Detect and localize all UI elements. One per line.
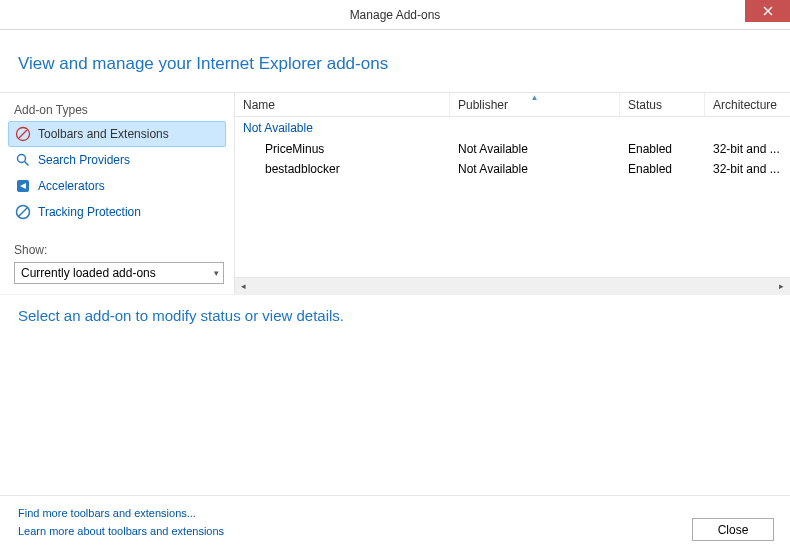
page-heading: View and manage your Internet Explorer a… [0, 30, 790, 92]
svg-point-2 [18, 155, 26, 163]
sidebar-item-label: Accelerators [38, 179, 105, 193]
horizontal-scrollbar[interactable]: ◂ ▸ [235, 277, 790, 294]
titlebar: Manage Add-ons [0, 0, 790, 30]
column-header-architecture[interactable]: Architecture [705, 93, 790, 116]
column-header-status[interactable]: Status [620, 93, 705, 116]
show-dropdown[interactable]: Currently loaded add-ons ▾ [14, 262, 224, 284]
table-row[interactable]: PriceMinus Not Available Enabled 32-bit … [235, 139, 790, 159]
table-row[interactable]: bestadblocker Not Available Enabled 32-b… [235, 159, 790, 179]
close-icon [763, 6, 773, 16]
group-header[interactable]: Not Available [235, 117, 790, 139]
addon-list: Name ▲ Publisher Status Architecture Not… [234, 93, 790, 294]
window-close-button[interactable] [745, 0, 790, 22]
footer: Find more toolbars and extensions... Lea… [0, 495, 790, 551]
search-icon [15, 152, 31, 168]
sidebar-item-label: Tracking Protection [38, 205, 141, 219]
show-dropdown-value: Currently loaded add-ons [21, 266, 156, 280]
tracking-protection-icon [15, 204, 31, 220]
details-prompt: Select an add-on to modify status or vie… [0, 295, 790, 336]
sidebar-item-label: Toolbars and Extensions [38, 127, 169, 141]
sidebar-item-accelerators[interactable]: Accelerators [8, 173, 226, 199]
column-header-publisher[interactable]: ▲ Publisher [450, 93, 620, 116]
window-title: Manage Add-ons [350, 8, 441, 22]
cell-name: bestadblocker [235, 161, 450, 177]
svg-line-3 [25, 162, 29, 166]
cell-publisher: Not Available [450, 141, 620, 157]
cell-publisher: Not Available [450, 161, 620, 177]
scroll-right-icon[interactable]: ▸ [773, 278, 790, 295]
cell-name: PriceMinus [235, 141, 450, 157]
sidebar: Add-on Types Toolbars and Extensions Sea… [0, 93, 234, 294]
show-label: Show: [8, 241, 226, 259]
sidebar-item-search-providers[interactable]: Search Providers [8, 147, 226, 173]
cell-architecture: 32-bit and ... [705, 161, 790, 177]
close-button[interactable]: Close [692, 518, 774, 541]
link-learn-more[interactable]: Learn more about toolbars and extensions [18, 522, 224, 541]
sidebar-item-tracking-protection[interactable]: Tracking Protection [8, 199, 226, 225]
toolbar-icon [15, 126, 31, 142]
column-header-name[interactable]: Name [235, 93, 450, 116]
sidebar-item-toolbars-extensions[interactable]: Toolbars and Extensions [8, 121, 226, 147]
cell-status: Enabled [620, 141, 705, 157]
cell-architecture: 32-bit and ... [705, 141, 790, 157]
svg-line-6 [19, 208, 28, 217]
sort-ascending-icon: ▲ [531, 93, 539, 102]
chevron-down-icon: ▾ [214, 268, 219, 278]
cell-status: Enabled [620, 161, 705, 177]
sidebar-types-label: Add-on Types [8, 99, 226, 121]
scroll-left-icon[interactable]: ◂ [235, 278, 252, 295]
list-header: Name ▲ Publisher Status Architecture [235, 93, 790, 117]
accelerator-icon [15, 178, 31, 194]
link-find-more[interactable]: Find more toolbars and extensions... [18, 504, 224, 523]
svg-line-1 [19, 130, 27, 138]
sidebar-item-label: Search Providers [38, 153, 130, 167]
